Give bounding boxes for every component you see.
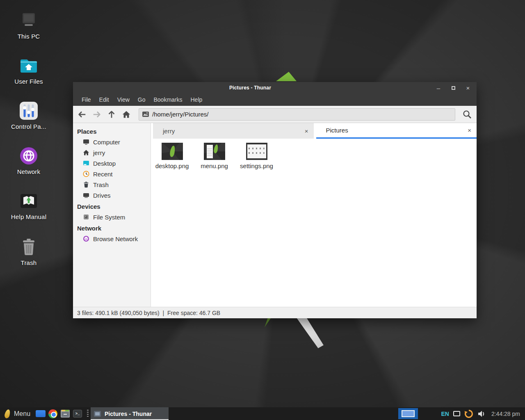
desktop-icon-label: Network	[8, 168, 49, 175]
workspace-switcher[interactable]	[398, 408, 418, 419]
trash-can-icon	[8, 235, 49, 258]
search-button[interactable]	[461, 108, 473, 121]
sidebar-item-file-system[interactable]: File System	[73, 212, 151, 222]
distro-logo-icon	[4, 409, 11, 418]
display-tray-icon[interactable]	[453, 411, 460, 416]
maximize-button[interactable]	[449, 83, 458, 92]
files-launcher-button[interactable]	[34, 407, 47, 420]
home-icon	[83, 149, 89, 156]
this-pc-icon	[8, 9, 49, 32]
desktop-icon-label: Trash	[8, 259, 49, 266]
sidebar-item-browse-network[interactable]: Browse Network	[73, 233, 151, 244]
desktop-icon-user-files[interactable]: User Files	[8, 54, 49, 85]
file-manager-launcher-button[interactable]	[59, 407, 71, 420]
path-field[interactable]: /home/jerry/Pictures/	[139, 108, 455, 121]
home-button[interactable]	[119, 107, 134, 121]
menu-file[interactable]: File	[78, 94, 95, 106]
sidebar: Places Computer jerry Desktop Recent Tra…	[73, 123, 151, 307]
up-arrow-icon	[107, 110, 116, 119]
sidebar-item-trash[interactable]: Trash	[73, 179, 151, 190]
search-icon	[462, 110, 472, 119]
desktop-icon-label: Control Pa...	[8, 123, 49, 130]
window-title: Pictures - Thunar	[73, 82, 427, 94]
tab-bar: jerry × Pictures ×	[151, 123, 477, 139]
desktop-icon	[83, 160, 89, 167]
taskbar-window-button[interactable]: Pictures - Thunar	[91, 407, 169, 420]
update-sync-icon[interactable]	[464, 409, 473, 418]
toolbar: /home/jerry/Pictures/	[73, 106, 477, 123]
computer-icon	[83, 139, 89, 145]
sidebar-item-drives[interactable]: Drives	[73, 190, 151, 201]
status-bar: 3 files: 490.1 kB (490,050 bytes) | Free…	[73, 307, 477, 318]
up-button[interactable]	[104, 107, 119, 121]
file-menu-png[interactable]: menu.png	[194, 142, 235, 169]
user-files-folder-icon	[8, 54, 49, 77]
desktop-icon-label: This PC	[8, 33, 49, 40]
sidebar-header-devices: Devices	[73, 201, 151, 212]
menu-button[interactable]: Menu	[2, 409, 34, 418]
files-icon	[36, 410, 46, 417]
maximize-icon	[452, 86, 455, 90]
wallpaper-green-sliver	[265, 318, 271, 327]
wallpaper-green-triangle	[276, 72, 297, 81]
menu-go[interactable]: Go	[134, 94, 149, 106]
thunar-window: Pictures - Thunar – × File Edit View Go …	[73, 82, 477, 318]
terminal-icon: >_	[73, 410, 82, 418]
task-button-label: Pictures - Thunar	[105, 411, 152, 417]
path-text: /home/jerry/Pictures/	[152, 111, 209, 118]
forward-button[interactable]	[89, 107, 104, 121]
file-cabinet-icon	[61, 410, 70, 418]
tab-jerry[interactable]: jerry ×	[153, 123, 314, 139]
desktop-icon-network[interactable]: Network	[8, 144, 49, 175]
menubar: File Edit View Go Bookmarks Help	[73, 94, 477, 106]
menu-button-label: Menu	[14, 410, 30, 418]
tab-pictures[interactable]: Pictures ×	[316, 123, 477, 139]
sidebar-item-jerry-home[interactable]: jerry	[73, 147, 151, 158]
forward-arrow-icon	[92, 110, 101, 119]
image-file-icon	[142, 112, 149, 117]
active-workspace[interactable]	[402, 410, 415, 417]
menu-edit[interactable]: Edit	[96, 94, 113, 106]
taskbar-clock[interactable]: 2:44:28 pm	[491, 411, 520, 417]
desktop-icon-trash[interactable]: Trash	[8, 235, 49, 266]
tab-close-icon[interactable]: ×	[305, 128, 308, 135]
home-icon	[122, 110, 131, 119]
tasklist-handle[interactable]	[87, 410, 89, 418]
menu-view[interactable]: View	[114, 94, 133, 106]
file-desktop-png[interactable]: desktop.png	[152, 142, 192, 169]
window-task-icon	[94, 411, 101, 417]
drives-icon	[83, 192, 89, 199]
terminal-launcher-button[interactable]: >_	[71, 407, 84, 420]
sidebar-header-network: Network	[73, 222, 151, 233]
back-button[interactable]	[75, 107, 89, 121]
trash-icon	[83, 181, 89, 188]
desktop-png-thumbnail	[162, 143, 183, 160]
titlebar[interactable]: Pictures - Thunar – ×	[73, 82, 477, 94]
close-button[interactable]: ×	[463, 83, 472, 92]
sidebar-item-recent[interactable]: Recent	[73, 169, 151, 179]
minimize-button[interactable]: –	[434, 83, 443, 92]
volume-icon[interactable]	[477, 410, 486, 418]
desktop-icon-control-panel[interactable]: Control Pa...	[8, 99, 49, 130]
file-settings-png[interactable]: settings.png	[236, 142, 277, 169]
file-view[interactable]: desktop.png menu.png settings.png	[151, 139, 477, 307]
menu-bookmarks[interactable]: Bookmarks	[150, 94, 186, 106]
file-system-drive-icon	[83, 214, 89, 220]
wallpaper-white-streak	[296, 318, 324, 348]
taskbar: Menu >_ Pictures - Thunar EN 2:44:28 pm	[0, 407, 525, 420]
chrome-icon	[48, 409, 57, 418]
sidebar-item-computer[interactable]: Computer	[73, 137, 151, 147]
tab-close-icon[interactable]: ×	[468, 127, 471, 134]
menu-png-thumbnail	[204, 143, 225, 160]
recent-clock-icon	[83, 171, 89, 177]
help-manual-icon	[8, 189, 49, 212]
menu-help[interactable]: Help	[187, 94, 206, 106]
status-text: 3 files: 490.1 kB (490,050 bytes) | Free…	[77, 310, 220, 316]
desktop-icon-this-pc[interactable]: This PC	[8, 9, 49, 40]
keyboard-layout-indicator[interactable]: EN	[441, 411, 449, 417]
sidebar-item-desktop[interactable]: Desktop	[73, 158, 151, 169]
chrome-launcher-button[interactable]	[47, 407, 59, 420]
desktop-icon-label: User Files	[8, 78, 49, 85]
desktop-icon-label: Help Manual	[8, 213, 49, 220]
desktop-icon-help-manual[interactable]: Help Manual	[8, 189, 49, 220]
